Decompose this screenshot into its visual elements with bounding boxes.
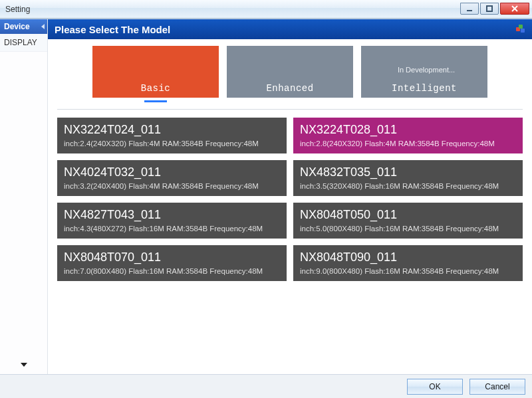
model-name: NX4827T043_011 (64, 208, 280, 222)
tab-enhanced[interactable]: Enhanced (227, 46, 353, 98)
main-panel: Please Select The Model Basic Enhanced (48, 19, 532, 374)
model-specs: inch:2.4(240X320) Flash:4M RAM:3584B Fre… (64, 140, 280, 148)
ok-button-label: OK (429, 382, 440, 391)
tab-basic[interactable]: Basic (92, 46, 219, 98)
panel-body: Basic Enhanced In Development... Intelli… (48, 39, 532, 374)
model-card[interactable]: NX4832T035_011inch:3.5(320X480) Flash:16… (293, 160, 523, 196)
sidebar-item-label: DISPLAY (4, 38, 37, 47)
model-name: NX8048T070_011 (64, 250, 280, 264)
sidebar-more[interactable] (0, 354, 47, 374)
window-titlebar: Setting (0, 0, 532, 19)
model-specs: inch:3.5(320X480) Flash:16M RAM:3584B Fr… (300, 182, 516, 190)
cancel-button-label: Cancel (485, 382, 509, 391)
tab-intelligent[interactable]: In Development... Intelligent (361, 46, 487, 98)
panel-title: Please Select The Model (55, 24, 170, 35)
dialog-button-bar: OK Cancel (0, 374, 532, 398)
model-specs: inch:4.3(480X272) Flash:16M RAM:3584B Fr… (64, 225, 280, 233)
model-name: NX8048T050_011 (300, 208, 516, 222)
model-card[interactable]: NX4024T032_011inch:3.2(240X400) Flash:4M… (57, 160, 287, 196)
window-buttons (459, 3, 529, 16)
model-card[interactable]: NX4827T043_011inch:4.3(480X272) Flash:16… (57, 203, 287, 239)
tab-basic-wrap: Basic (92, 46, 219, 102)
tab-enhanced-wrap: Enhanced (227, 46, 353, 102)
model-name: NX4024T032_011 (64, 165, 280, 179)
ok-button[interactable]: OK (407, 379, 463, 395)
tab-intelligent-wrap: In Development... Intelligent (361, 46, 487, 102)
model-card[interactable]: NX3224T028_011inch:2.8(240X320) Flash:4M… (293, 118, 523, 153)
sidebar: Device DISPLAY (0, 19, 48, 374)
tab-note: In Development... (394, 66, 455, 74)
chevron-down-icon (21, 363, 27, 367)
panel-titlebar: Please Select The Model (48, 19, 532, 39)
model-specs: inch:3.2(240X400) Flash:4M RAM:3584B Fre… (64, 182, 280, 190)
sidebar-header[interactable]: Device (0, 19, 47, 34)
model-specs: inch:7.0(800X480) Flash:16M RAM:3584B Fr… (64, 267, 280, 275)
sidebar-item-display[interactable]: DISPLAY (0, 34, 47, 52)
tab-label: Enhanced (266, 83, 313, 94)
collapse-left-icon (41, 24, 45, 29)
model-grid: NX3224T024_011inch:2.4(240X320) Flash:4M… (55, 118, 525, 281)
model-name: NX4832T035_011 (300, 165, 516, 179)
sidebar-header-label: Device (4, 22, 30, 31)
app-icon (516, 25, 525, 34)
tab-label: Basic (141, 83, 171, 94)
model-name: NX3224T024_011 (64, 123, 280, 137)
cancel-button[interactable]: Cancel (469, 379, 525, 395)
model-card[interactable]: NX8048T070_011inch:7.0(800X480) Flash:16… (57, 245, 287, 281)
model-card[interactable]: NX3224T024_011inch:2.4(240X320) Flash:4M… (57, 118, 287, 153)
maximize-button[interactable] (480, 3, 499, 15)
model-name: NX3224T028_011 (300, 123, 516, 137)
model-card[interactable]: NX8048T050_011inch:5.0(800X480) Flash:16… (293, 203, 523, 239)
tab-label: Intelligent (392, 83, 457, 94)
model-specs: inch:9.0(800X480) Flash:16M RAM:3584B Fr… (300, 267, 516, 275)
category-tabs: Basic Enhanced In Development... Intelli… (55, 46, 525, 102)
workspace: Device DISPLAY Please Select The Model B… (0, 19, 532, 374)
tab-active-indicator (144, 100, 167, 102)
window-title: Setting (5, 5, 30, 14)
svg-rect-1 (487, 6, 492, 11)
close-button[interactable] (500, 3, 529, 15)
divider (57, 109, 523, 110)
minimize-button[interactable] (460, 3, 479, 15)
model-card[interactable]: NX8048T090_011inch:9.0(800X480) Flash:16… (293, 245, 523, 281)
model-specs: inch:2.8(240X320) Flash:4M RAM:3584B Fre… (300, 140, 516, 148)
model-name: NX8048T090_011 (300, 250, 516, 264)
model-specs: inch:5.0(800X480) Flash:16M RAM:3584B Fr… (300, 225, 516, 233)
